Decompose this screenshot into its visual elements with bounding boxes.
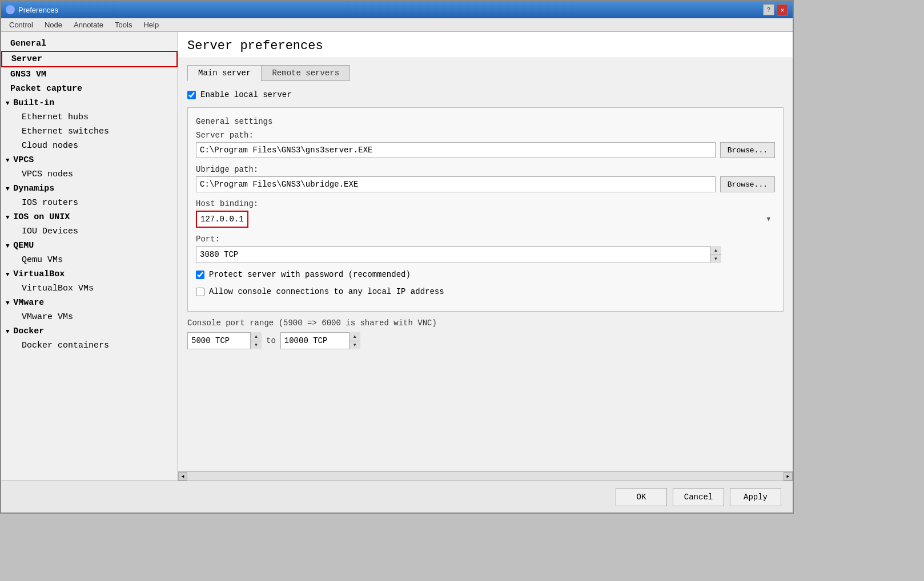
protect-password-label: Protect server with password (recommende… — [209, 270, 411, 279]
sidebar-item-general[interactable]: General — [1, 37, 178, 51]
ubridge-path-row: Browse... — [196, 176, 775, 192]
sidebar-item-builtin[interactable]: Built-in — [1, 96, 178, 110]
port-spin-down[interactable]: ▼ — [710, 255, 721, 264]
close-button[interactable]: ✕ — [777, 4, 788, 15]
host-binding-group: Host binding: 127.0.0.1 0.0.0.0 — [196, 199, 775, 228]
title-bar-left: Preferences — [6, 5, 58, 14]
ubridge-path-browse-button[interactable]: Browse... — [720, 176, 775, 192]
tab-mainserver[interactable]: Main server — [187, 65, 261, 81]
console-to-input[interactable] — [280, 332, 360, 349]
sidebar-item-vpcsnodes[interactable]: VPCS nodes — [1, 167, 178, 181]
console-to-spin-up[interactable]: ▲ — [349, 332, 360, 341]
sidebar-item-gns3vm[interactable]: GNS3 VM — [1, 67, 178, 82]
allow-console-label: Allow console connections to any local I… — [209, 287, 444, 296]
sidebar-item-vpcs[interactable]: VPCS — [1, 153, 178, 167]
menu-tools[interactable]: Tools — [109, 19, 138, 30]
server-path-row: Browse... — [196, 142, 775, 158]
general-settings-label: General settings — [196, 117, 775, 126]
sidebar-item-iosrouters[interactable]: IOS routers — [1, 196, 178, 210]
allow-console-checkbox[interactable] — [196, 288, 204, 296]
console-range-row: ▲ ▼ to ▲ ▼ — [187, 332, 784, 349]
menu-control[interactable]: Control — [3, 19, 39, 30]
host-binding-label: Host binding: — [196, 199, 775, 208]
apply-button[interactable]: Apply — [730, 488, 781, 506]
sidebar: General Server GNS3 VM Packet capture Bu… — [1, 32, 178, 481]
sidebar-item-virtualboxvms[interactable]: VirtualBox VMs — [1, 281, 178, 296]
console-from-spin-down[interactable]: ▼ — [251, 341, 262, 350]
allow-console-row: Allow console connections to any local I… — [196, 287, 775, 296]
sidebar-item-qemu[interactable]: QEMU — [1, 239, 178, 253]
menu-bar: Control Node Annotate Tools Help — [1, 18, 793, 32]
sidebar-item-dockercontainers[interactable]: Docker containers — [1, 338, 178, 353]
ubridge-path-group: Ubridge path: Browse... — [196, 165, 775, 192]
menu-help[interactable]: Help — [138, 19, 164, 30]
sidebar-item-ethernetswitches[interactable]: Ethernet switches — [1, 124, 178, 139]
content-scroll: Main server Remote servers Enable local … — [178, 58, 793, 471]
port-label: Port: — [196, 235, 775, 244]
console-to-wrapper: ▲ ▼ — [280, 332, 360, 349]
enable-local-server-checkbox[interactable] — [187, 91, 196, 99]
server-path-input[interactable] — [196, 142, 716, 158]
sidebar-item-cloudnodes[interactable]: Cloud nodes — [1, 139, 178, 153]
server-path-browse-button[interactable]: Browse... — [720, 142, 775, 158]
footer: OK Cancel Apply — [1, 481, 793, 513]
scroll-right-arrow[interactable]: ▶ — [784, 472, 793, 481]
console-range-label: Console port range (5900 => 6000 is shar… — [187, 318, 784, 328]
window-title: Preferences — [18, 6, 58, 14]
ubridge-path-label: Ubridge path: — [196, 165, 775, 174]
right-panel: Server preferences Main server Remote se… — [178, 32, 793, 481]
console-to-spin: ▲ ▼ — [349, 332, 360, 349]
protect-password-checkbox[interactable] — [196, 271, 204, 279]
to-label: to — [266, 336, 276, 345]
server-path-label: Server path: — [196, 131, 775, 140]
ubridge-path-input[interactable] — [196, 176, 716, 192]
port-input-wrapper: ▲ ▼ — [196, 246, 721, 263]
protect-password-row: Protect server with password (recommende… — [196, 270, 775, 279]
title-buttons: ? ✕ — [763, 4, 788, 15]
preferences-window: Preferences ? ✕ Control Node Annotate To… — [0, 0, 794, 514]
enable-local-server-label: Enable local server — [200, 90, 292, 99]
content-area: Main server Remote servers Enable local … — [178, 58, 793, 481]
sidebar-item-packetcapture[interactable]: Packet capture — [1, 82, 178, 96]
enable-local-server-row: Enable local server — [187, 90, 784, 99]
scroll-left-arrow[interactable]: ◀ — [178, 472, 187, 481]
ok-button[interactable]: OK — [616, 488, 667, 506]
sidebar-item-iosonunix[interactable]: IOS on UNIX — [1, 210, 178, 224]
console-to-spin-down[interactable]: ▼ — [349, 341, 360, 350]
console-from-spin-up[interactable]: ▲ — [251, 332, 262, 341]
port-input[interactable] — [196, 246, 721, 263]
sidebar-item-vmwarevms[interactable]: VMware VMs — [1, 310, 178, 324]
console-from-wrapper: ▲ ▼ — [187, 332, 262, 349]
host-binding-wrapper: 127.0.0.1 0.0.0.0 — [196, 211, 775, 228]
sidebar-item-ethernethubs[interactable]: Ethernet hubs — [1, 110, 178, 124]
server-path-group: Server path: Browse... — [196, 131, 775, 158]
title-bar: Preferences ? ✕ — [1, 1, 793, 18]
host-binding-row: 127.0.0.1 0.0.0.0 — [196, 211, 775, 228]
tabs: Main server Remote servers — [187, 65, 784, 81]
menu-annotate[interactable]: Annotate — [68, 19, 109, 30]
page-title: Server preferences — [178, 32, 793, 58]
console-from-spin: ▲ ▼ — [250, 332, 262, 349]
main-content: General Server GNS3 VM Packet capture Bu… — [1, 32, 793, 481]
sidebar-item-vmware[interactable]: VMware — [1, 296, 178, 310]
horizontal-scrollbar: ◀ ▶ — [178, 471, 793, 481]
menu-node[interactable]: Node — [39, 19, 68, 30]
app-icon — [6, 5, 15, 14]
sidebar-item-dynamips[interactable]: Dynamips — [1, 181, 178, 196]
sidebar-item-docker[interactable]: Docker — [1, 324, 178, 338]
sidebar-item-server[interactable]: Server — [1, 51, 178, 67]
sidebar-item-virtualbox[interactable]: VirtualBox — [1, 267, 178, 281]
tab-remoteservers[interactable]: Remote servers — [261, 65, 350, 81]
general-settings-box: General settings Server path: Browse... … — [187, 107, 784, 312]
cancel-button[interactable]: Cancel — [673, 488, 724, 506]
host-binding-dropdown[interactable]: 127.0.0.1 0.0.0.0 — [196, 211, 248, 228]
sidebar-item-qemuvms[interactable]: Qemu VMs — [1, 253, 178, 267]
console-range-group: Console port range (5900 => 6000 is shar… — [187, 318, 784, 349]
port-spin-buttons: ▲ ▼ — [710, 246, 721, 263]
port-group: Port: ▲ ▼ — [196, 235, 775, 263]
port-spin-up[interactable]: ▲ — [710, 246, 721, 255]
sidebar-item-ioudevices[interactable]: IOU Devices — [1, 224, 178, 239]
help-button[interactable]: ? — [763, 4, 774, 15]
